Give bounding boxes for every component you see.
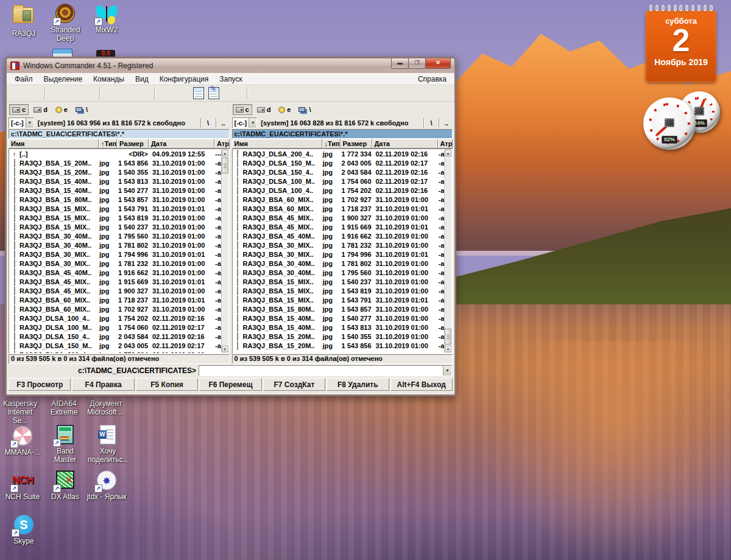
file-row[interactable]: RA3QJ_BSA_30_MIX..jpg1 794 99631.10.2019… [233, 250, 453, 259]
network-drive-button[interactable]: \ [72, 104, 91, 115]
desktop-icon-band-master[interactable]: ↗ Band Master [45, 425, 85, 464]
right-parent-dir-button[interactable]: .. [440, 117, 453, 128]
desktop-icon-jtdx[interactable]: ↗ jtdx - Ярлык [87, 471, 127, 501]
scrollbar-thumb[interactable] [222, 158, 228, 173]
scrollbar-thumb[interactable] [445, 329, 451, 345]
file-row[interactable]: RA3QJ_DLSA_100_4..jpg1 754 20202.11.2019… [233, 186, 453, 195]
left-root-button[interactable]: \ [202, 117, 214, 128]
maximize-button[interactable]: ❐ [408, 58, 426, 69]
calendar-gadget[interactable]: суббота 2 Ноябрь 2019 [646, 5, 716, 82]
desktop-icon-ra3qj[interactable]: RA3QJ [4, 4, 44, 38]
column-header-type[interactable]: ↑Тип [99, 139, 117, 149]
file-row[interactable]: RA3QJ_BSA_45_MIX..jpg1 900 32731.10.2019… [9, 286, 229, 295]
file-row[interactable]: RA3QJ_BSA_30_MIX..jpg1 794 99631.10.2019… [9, 250, 229, 259]
file-row[interactable]: RA3QJ_BSA_30_40M..jpg1 795 56031.10.2019… [233, 268, 453, 277]
file-row[interactable]: RA3QJ_BSA_15_80M..jpg1 543 85731.10.2019… [233, 304, 453, 313]
chevron-down-icon[interactable]: ▼ [249, 118, 256, 128]
altf4-exit-button[interactable]: Alt+F4 Выход [390, 378, 453, 391]
file-row[interactable]: RA3QJ_BSA_45_40M..jpg1 916 66231.10.2019… [233, 231, 453, 240]
desktop-icon-nch-suite[interactable]: NCH↗ NCH Suite [2, 471, 43, 501]
column-header-attr[interactable]: Атриб [214, 139, 230, 149]
left-file-list[interactable]: ↑[..]<DIR>04.09.2019 12:55----RA3QJ_BSA_… [9, 149, 230, 354]
desktop-icon-mixw2[interactable]: ↗ MixW2 [87, 4, 127, 34]
file-row[interactable]: RA3QJ_DLSA_150_4..jpg2 043 58402.11.2019… [9, 332, 229, 341]
f3-view-button[interactable]: F3 Просмотр [9, 378, 71, 391]
file-row[interactable]: RA3QJ_BSA_45_40M..jpg1 916 66231.10.2019… [9, 268, 229, 277]
menu-run[interactable]: Запуск [214, 74, 248, 85]
left-path-bar[interactable]: c:\TADMC_EUAC\CERTIFICATES\*.* [9, 129, 230, 139]
column-header-name[interactable]: Имя [232, 139, 322, 149]
close-button[interactable]: ✕ [425, 58, 451, 69]
file-row[interactable]: RA3QJ_DLSA_100_M..jpg1 754 06002.11.2019… [233, 177, 453, 186]
file-row[interactable]: RA3QJ_BSA_30_MIX..jpg1 781 23231.10.2019… [233, 240, 453, 250]
right-file-list[interactable]: RA3QJ_DLSA_200_4..jpg1 772 33402.11.2019… [232, 149, 453, 354]
file-row[interactable]: RA3QJ_BSA_15_MIX..jpg1 543 81931.10.2019… [9, 213, 229, 222]
file-row[interactable]: RA3QJ_BSA_15_20M..jpg1 540 35531.10.2019… [9, 167, 229, 177]
file-row[interactable]: RA3QJ_DLSA_150_4..jpg2 043 58402.11.2019… [233, 167, 453, 177]
right-scrollbar[interactable]: ▲ ▼ [444, 150, 451, 352]
desktop-icon-kaspersky[interactable]: Kaspersky Internet Se... [0, 399, 40, 425]
parent-dir-row[interactable]: ↑[..]<DIR>04.09.2019 12:55---- [9, 149, 229, 158]
column-header-name[interactable]: Имя [9, 139, 99, 149]
desktop-icon-word-document[interactable]: Документ Microsoft ... [85, 399, 127, 416]
menu-selection[interactable]: Выделение [38, 74, 88, 85]
edit-notepad-icon[interactable]: ✎ [208, 87, 219, 99]
file-row[interactable]: RA3QJ_BSA_30_MIX..jpg1 781 23231.10.2019… [9, 259, 229, 268]
file-row[interactable]: RA3QJ_BSA_60_MIX..jpg1 702 92731.10.2019… [233, 195, 453, 204]
desktop-icon-stranded-deep[interactable]: ↗ Stranded Deep [45, 4, 85, 43]
chevron-down-icon[interactable]: ▼ [26, 118, 34, 128]
menu-view[interactable]: Вид [130, 74, 154, 85]
right-drive-select[interactable]: [-c-]▼ [232, 117, 258, 128]
drive-c-button[interactable]: c [9, 104, 29, 115]
desktop-icon-share-doc[interactable]: Хочу поделитьс... [88, 425, 128, 464]
network-drive-button[interactable]: \ [295, 104, 314, 115]
file-row[interactable]: RA3QJ_BSA_15_20M..jpg1 543 85631.10.2019… [9, 158, 229, 167]
menu-help[interactable]: Справка [412, 74, 452, 85]
left-drive-select[interactable]: [-c-]▼ [9, 117, 34, 128]
file-row[interactable]: RA3QJ_DLSA_200_4..jpg1 772 33402.11.2019… [233, 149, 453, 158]
cpu-gauge-gadget[interactable]: 02% [643, 97, 696, 150]
minimize-button[interactable]: ▬ [391, 58, 409, 69]
file-row[interactable]: RA3QJ_DLSA_100_M..jpg1 754 06002.11.2019… [9, 323, 229, 332]
file-row[interactable]: RA3QJ_BSA_15_40M..jpg1 543 81331.10.2019… [233, 323, 453, 332]
file-row[interactable]: RA3QJ_BSA_15_40M..jpg1 543 81331.10.2019… [9, 177, 229, 186]
drive-d-button[interactable]: d [254, 104, 274, 115]
file-row[interactable]: RA3QJ_BSA_60_MIX..jpg1 718 23731.10.2019… [9, 295, 229, 304]
file-row[interactable]: RA3QJ_BSA_15_MIX..jpg1 540 23731.10.2019… [233, 277, 453, 286]
notepad-icon[interactable] [193, 87, 204, 99]
left-scrollbar[interactable]: ▲ ▼ [221, 150, 228, 352]
menu-configuration[interactable]: Конфигурация [154, 74, 214, 85]
file-row[interactable]: RA3QJ_BSA_15_MIX..jpg1 540 23731.10.2019… [9, 222, 229, 231]
f7-mkdir-button[interactable]: F7 СоздКат [263, 378, 325, 391]
scroll-down-arrow-icon[interactable]: ▼ [222, 346, 228, 352]
drive-d-button[interactable]: d [30, 104, 51, 115]
file-row[interactable]: RA3QJ_DLSA_150_M..jpg2 043 00502.11.2019… [233, 158, 453, 167]
f4-edit-button[interactable]: F4 Правка [72, 378, 134, 391]
menu-file[interactable]: Файл [9, 74, 38, 85]
file-row[interactable]: RA3QJ_BSA_60_MIX..jpg1 702 92731.10.2019… [9, 304, 229, 313]
file-row[interactable]: RA3QJ_BSA_30_40M..jpg1 781 80231.10.2019… [9, 240, 229, 250]
drive-c-button[interactable]: c [233, 104, 252, 115]
file-row[interactable]: RA3QJ_BSA_15_20M..jpg1 540 35531.10.2019… [233, 332, 453, 341]
column-header-date[interactable]: Дата [372, 139, 438, 149]
file-row[interactable]: RA3QJ_BSA_45_MIX..jpg1 900 32731.10.2019… [233, 213, 453, 222]
file-row[interactable]: RA3QJ_BSA_15_80M..jpg1 543 85731.10.2019… [9, 195, 229, 204]
file-row[interactable]: RA3QJ_BSA_15_MIX..jpg1 543 81931.10.2019… [233, 286, 453, 295]
file-row[interactable]: RA3QJ_BSA_60_MIX..jpg1 718 23731.10.2019… [233, 204, 453, 213]
desktop-icon-dx-atlas[interactable]: ↗ DX Atlas [45, 471, 85, 501]
desktop-icon-mmana[interactable]: ↗ MMANA-... [2, 426, 43, 457]
f8-delete-button[interactable]: F8 Удалить [327, 378, 389, 391]
scroll-up-arrow-icon[interactable]: ▲ [222, 150, 228, 156]
left-parent-dir-button[interactable]: .. [217, 117, 230, 128]
right-path-bar[interactable]: c:\TADMC_EUAC\CERTIFICATES\*.* [232, 129, 453, 139]
file-row[interactable]: RA3QJ_BSA_15_MIX..jpg1 543 79131.10.2019… [233, 295, 453, 304]
drive-e-button[interactable]: e [275, 104, 294, 115]
file-row[interactable]: RA3QJ_BSA_15_MIX..jpg1 543 79131.10.2019… [9, 204, 229, 213]
f6-move-button[interactable]: F6 Перемещ [199, 378, 261, 391]
desktop-icon-skype[interactable]: S↗ Skype [4, 515, 44, 545]
titlebar[interactable]: Windows Commander 4.51 - Registered ▬ ❐ … [7, 58, 454, 73]
desktop-icon-aida64[interactable]: AIDA64 Extreme [44, 399, 84, 416]
scroll-up-arrow-icon[interactable]: ▲ [445, 150, 451, 156]
command-input[interactable] [199, 366, 443, 376]
file-row[interactable]: RA3QJ_BSA_15_20M..jpg1 543 85631.10.2019… [233, 341, 453, 350]
